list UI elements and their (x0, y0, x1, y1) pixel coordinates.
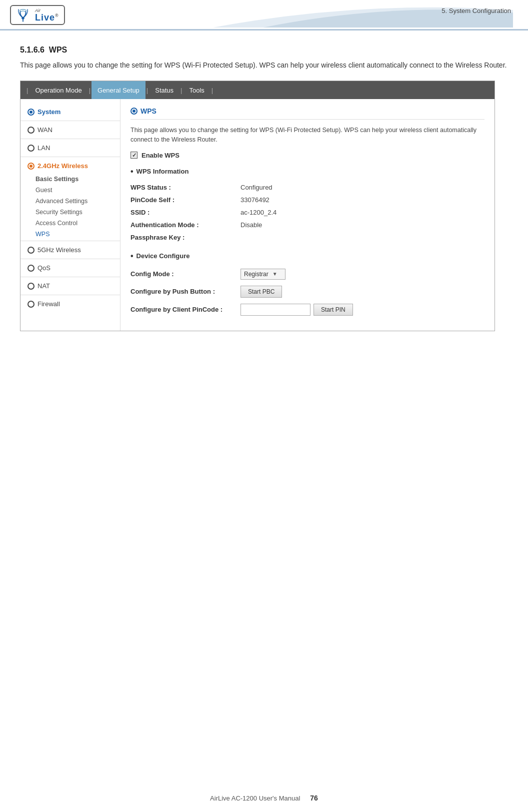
router-ui: | Operation Mode | General Setup | Statu… (20, 81, 495, 331)
nav-sep-1: | (88, 87, 92, 94)
sidebar-divider-5 (20, 259, 120, 259)
sidebar-item-2.4ghz[interactable]: 2.4GHz Wireless (20, 158, 120, 174)
sidebar-divider-6 (20, 277, 120, 277)
nav-item-tools[interactable]: Tools (184, 81, 210, 99)
sidebar-sub-basic[interactable]: Basic Settings (20, 174, 120, 185)
table-row: Passphrase Key : (130, 231, 484, 244)
config-mode-value-cell: Registrar ▼ (240, 266, 484, 283)
nav-bar: | Operation Mode | General Setup | Statu… (20, 81, 494, 99)
sidebar-label-wps: WPS (36, 231, 50, 238)
bullet-icon-wps-info: • (130, 167, 134, 176)
sidebar-item-nat[interactable]: NAT (20, 278, 120, 294)
sidebar-sub-wps[interactable]: WPS (20, 229, 120, 240)
wps-info-section: • WPS Information (130, 167, 484, 176)
field-label-ssid: SSID : (130, 206, 240, 219)
field-value-passphrase (240, 231, 484, 244)
wps-info-title: WPS Information (136, 168, 189, 175)
sidebar-divider-1 (20, 121, 120, 121)
footer: AirLive AC-1200 User's Manual 76 (0, 794, 528, 802)
device-configure-section: • Device Configure (130, 252, 484, 261)
section-title: WPS (49, 46, 67, 54)
field-label-pincode-self: PinCode Self : (130, 194, 240, 206)
airlive-logo-icon (14, 8, 32, 22)
nav-sep-end: | (210, 87, 214, 94)
content-panel: WPS This page allows you to change the s… (120, 99, 494, 331)
sidebar-item-qos[interactable]: QoS (20, 260, 120, 276)
select-arrow-icon: ▼ (272, 271, 278, 277)
pin-code-cell: Start PIN (240, 301, 484, 319)
device-configure-title: Device Configure (136, 252, 190, 260)
svg-point-0 (22, 17, 24, 20)
sidebar-item-system[interactable]: System (20, 104, 120, 120)
sidebar-label-firewall: Firewall (38, 300, 60, 308)
enable-wps-row: ✓ Enable WPS (130, 152, 484, 159)
config-mode-selected: Registrar (244, 271, 268, 278)
sidebar-item-firewall[interactable]: Firewall (20, 296, 120, 312)
nav-item-status[interactable]: Status (149, 81, 180, 99)
config-mode-label: Config Mode : (130, 266, 240, 283)
enable-wps-label: Enable WPS (142, 152, 180, 159)
table-row: PinCode Self : 33076492 (130, 194, 484, 206)
radio-icon-nat (28, 283, 34, 290)
radio-icon-lan (28, 145, 34, 152)
sidebar-divider-7 (20, 295, 120, 295)
nav-sep-start: | (26, 87, 29, 94)
field-label-auth-mode: Authentication Mode : (130, 219, 240, 231)
sidebar: System WAN LAN 2.4GHz Wireless (20, 99, 120, 331)
radio-icon-wan (28, 127, 34, 134)
sidebar-label-5ghz: 5GHz Wireless (38, 246, 81, 254)
radio-icon-firewall (28, 301, 34, 308)
sidebar-sub-security[interactable]: Security Settings (20, 207, 120, 218)
sidebar-item-lan[interactable]: LAN (20, 140, 120, 156)
sidebar-label-qos: QoS (38, 264, 50, 272)
main-content: 5.1.6.6 WPS This page allows you to chan… (0, 31, 528, 351)
sidebar-label-advanced: Advanced Settings (36, 198, 88, 205)
radio-icon-qos (28, 265, 34, 272)
table-row: WPS Status : Configured (130, 181, 484, 194)
sidebar-label-security: Security Settings (36, 209, 82, 216)
field-value-auth-mode: Disable (240, 219, 484, 231)
start-pbc-button[interactable]: Start PBC (240, 286, 282, 298)
panel-description: This page allows you to change the setti… (130, 126, 484, 145)
panel-title: WPS (130, 107, 484, 120)
sidebar-divider-4 (20, 241, 120, 241)
logo-box: Air Live® (10, 5, 65, 25)
sidebar-label-system: System (38, 108, 60, 116)
enable-wps-checkbox[interactable]: ✓ (130, 152, 138, 159)
table-row-push-button: Configure by Push Button : Start PBC (130, 283, 484, 301)
config-table: Config Mode : Registrar ▼ Configure by P… (130, 266, 484, 319)
sidebar-label-guest: Guest (36, 187, 52, 194)
sidebar-divider-2 (20, 139, 120, 139)
push-button-cell: Start PBC (240, 283, 484, 301)
sidebar-label-lan: LAN (38, 144, 50, 152)
sidebar-label-2.4ghz: 2.4GHz Wireless (38, 162, 88, 170)
nav-sep-3: | (180, 87, 183, 94)
page-header: Air Live® 5. System Configuration (0, 0, 528, 31)
sidebar-sub-advanced[interactable]: Advanced Settings (20, 196, 120, 207)
radio-icon-2.4ghz (28, 163, 34, 170)
logo: Air Live® (10, 5, 65, 25)
start-pin-button[interactable]: Start PIN (314, 304, 353, 316)
field-value-wps-status: Configured (240, 181, 484, 194)
pin-code-input[interactable] (240, 304, 310, 316)
sidebar-sub-access[interactable]: Access Control (20, 218, 120, 229)
config-mode-select[interactable]: Registrar ▼ (240, 269, 286, 280)
footer-page-number: 76 (310, 794, 318, 802)
field-label-passphrase: Passphrase Key : (130, 231, 240, 244)
field-label-wps-status: WPS Status : (130, 181, 240, 194)
sidebar-label-basic: Basic Settings (36, 176, 78, 183)
sidebar-item-5ghz[interactable]: 5GHz Wireless (20, 242, 120, 258)
section-heading: 5.1.6.6 WPS (20, 46, 508, 55)
sidebar-item-wan[interactable]: WAN (20, 122, 120, 138)
radio-icon-5ghz (28, 247, 34, 254)
sidebar-sub-guest[interactable]: Guest (20, 185, 120, 196)
table-row-pin-code: Configure by Client PinCode : Start PIN (130, 301, 484, 319)
sidebar-label-nat: NAT (38, 282, 50, 290)
footer-manual-label: AirLive AC-1200 User's Manual (210, 794, 300, 802)
main-layout: System WAN LAN 2.4GHz Wireless (20, 99, 494, 331)
nav-item-operation-mode[interactable]: Operation Mode (29, 81, 88, 99)
field-value-pincode-self: 33076492 (240, 194, 484, 206)
radio-icon-system (28, 109, 34, 116)
nav-item-general-setup[interactable]: General Setup (92, 81, 146, 99)
sidebar-label-wan: WAN (38, 126, 52, 134)
